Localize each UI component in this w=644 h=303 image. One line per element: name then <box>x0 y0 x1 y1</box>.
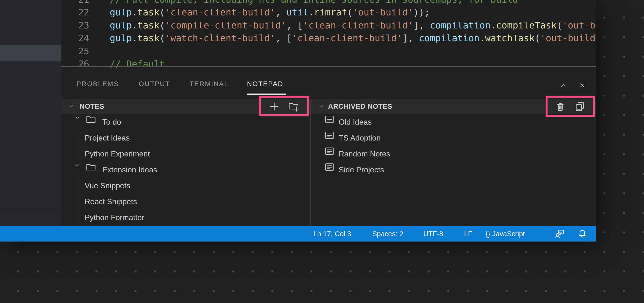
chevron-down-icon[interactable] <box>74 114 81 121</box>
line-number: 24 <box>61 33 89 43</box>
tree-item-react-snippets[interactable]: React Snippets <box>61 194 310 210</box>
bottom-panel: PROBLEMSOUTPUTTERMINALNOTEPAD NOTES ARCH… <box>61 68 596 226</box>
tree-note-label: Python Formatter <box>85 210 144 225</box>
tree-note-label: Vue Snippets <box>85 178 130 194</box>
statusbar-indentation[interactable]: Spaces: 2 <box>372 226 403 242</box>
archived-note-label: Random Notes <box>339 146 390 162</box>
code-editor[interactable]: 21// Full compile, including nls and inl… <box>61 0 596 68</box>
panel-tab-notepad[interactable]: NOTEPAD <box>247 79 284 89</box>
code-line: 21// Full compile, including nls and inl… <box>61 0 596 6</box>
section-header-band: NOTES ARCHIVED NOTES <box>61 99 596 114</box>
active-tab-underline <box>247 93 286 95</box>
tree-note-label: React Snippets <box>85 194 137 210</box>
editor-lines: 21// Full compile, including nls and inl… <box>61 0 596 68</box>
tree-note-label: Project Ideas <box>85 130 130 146</box>
code-text: gulp.task('watch-client-build', ['clean-… <box>110 33 596 43</box>
archived-note-label: TS Adoption <box>339 130 380 146</box>
sidebar-cutoff <box>0 0 61 226</box>
folder-icon <box>86 162 96 173</box>
statusbar-encoding[interactable]: UTF-8 <box>423 226 443 242</box>
tree-indent-guide <box>79 130 79 162</box>
panel-tab-problems[interactable]: PROBLEMS <box>76 79 119 89</box>
line-number: 25 <box>61 46 89 56</box>
tree-indent-guide <box>79 178 79 226</box>
new-folder-icon[interactable] <box>288 101 299 112</box>
duplicate-icon[interactable] <box>574 101 586 112</box>
tree-item-to-do[interactable]: To do <box>61 114 310 130</box>
code-text: gulp.task('compile-client-build', ['clea… <box>110 20 596 31</box>
tree-folder-label: Extension Ideas <box>102 162 157 178</box>
tree-item-python-formatter[interactable]: Python Formatter <box>61 210 310 225</box>
line-number: 21 <box>61 0 89 5</box>
tree-note-label: Python Experiment <box>85 146 150 162</box>
panel-tab-terminal[interactable]: TERMINAL <box>190 79 229 89</box>
bell-icon[interactable] <box>577 229 587 239</box>
sidebar-divider <box>0 209 61 209</box>
tree-item-extension-ideas[interactable]: Extension Ideas <box>61 162 310 178</box>
close-panel-button[interactable] <box>578 81 586 90</box>
archived-item-random-notes[interactable]: Random Notes <box>311 146 596 162</box>
code-line: 22gulp.task('clean-client-build', util.r… <box>61 6 596 19</box>
sidebar-selected-row[interactable] <box>0 45 61 61</box>
code-line: 23gulp.task('compile-client-build', ['cl… <box>61 19 596 32</box>
chevron-down-icon[interactable] <box>318 103 325 110</box>
code-line: 25 <box>61 45 596 58</box>
vscode-window: 21// Full compile, including nls and inl… <box>0 0 596 242</box>
editor-horizontal-scrollbar[interactable] <box>61 66 596 67</box>
documentation-page-background: { "colors": { "annotation_pink": "#F2497… <box>0 0 644 303</box>
code-line: 24gulp.task('watch-client-build', ['clea… <box>61 32 596 45</box>
folder-icon <box>86 114 96 125</box>
tree-item-vue-snippets[interactable]: Vue Snippets <box>61 178 310 194</box>
note-icon <box>324 114 335 125</box>
chevron-down-icon[interactable] <box>74 162 81 169</box>
status-bar: Ln 17, Col 3Spaces: 2UTF-8LF{} JavaScrip… <box>0 226 596 242</box>
tree-item-python-experiment[interactable]: Python Experiment <box>61 146 310 162</box>
feedback-icon[interactable] <box>555 229 565 239</box>
note-icon <box>324 162 335 172</box>
archived-item-ts-adoption[interactable]: TS Adoption <box>311 130 596 146</box>
tree-item-project-ideas[interactable]: Project Ideas <box>61 130 310 146</box>
statusbar-cursor-position[interactable]: Ln 17, Col 3 <box>313 226 351 242</box>
code-text: // Full compile, including nls and inlin… <box>110 0 518 5</box>
archived-note-label: Old Ideas <box>339 114 372 130</box>
archived-item-old-ideas[interactable]: Old Ideas <box>311 114 596 130</box>
line-number: 22 <box>61 7 89 17</box>
maximize-panel-button[interactable] <box>559 81 568 90</box>
panel-tab-output[interactable]: OUTPUT <box>139 79 170 89</box>
new-note-icon[interactable] <box>268 101 280 112</box>
archived-note-label: Side Projects <box>339 162 384 178</box>
tree-folder-label: To do <box>102 114 121 130</box>
trash-icon[interactable] <box>554 101 566 112</box>
archived-item-side-projects[interactable]: Side Projects <box>311 162 596 178</box>
note-icon <box>324 130 335 141</box>
chevron-down-icon[interactable] <box>68 103 75 110</box>
statusbar-end-of-line[interactable]: LF <box>464 226 472 242</box>
statusbar-language-mode[interactable]: {} JavaScript <box>486 226 525 242</box>
code-text: gulp.task('clean-client-build', util.rim… <box>110 7 430 17</box>
note-icon <box>324 146 335 156</box>
archived-notes-section-title[interactable]: ARCHIVED NOTES <box>328 102 392 110</box>
notes-lists: To doProject IdeasPython ExperimentExten… <box>61 114 596 226</box>
line-number: 23 <box>61 20 89 31</box>
notes-section-title[interactable]: NOTES <box>80 102 104 110</box>
